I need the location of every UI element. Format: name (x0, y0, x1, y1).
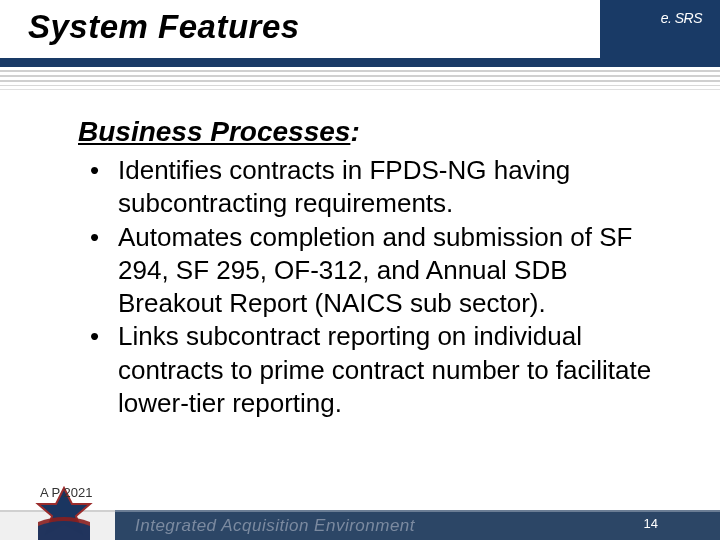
header-divider-line (0, 80, 720, 82)
header-divider-line (0, 89, 720, 90)
footer: A P 2021 Integrated Acquisition Environm… (0, 492, 720, 540)
section-title-colon: : (350, 116, 359, 148)
header: System Features e. SRS (0, 0, 720, 62)
bullet-list: Identifies contracts in FPDS-NG having s… (78, 154, 678, 420)
slide-title: System Features (28, 8, 300, 46)
slide: System Features e. SRS Business Processe… (0, 0, 720, 540)
bullet-item: Links subcontract reporting on individua… (78, 320, 678, 420)
brand-label: e. SRS (661, 10, 702, 26)
header-divider-line (0, 70, 720, 72)
content-area: Business Processes: Identifies contracts… (78, 116, 678, 420)
bullet-item: Automates completion and submission of S… (78, 221, 678, 321)
header-divider-line (0, 75, 720, 77)
section-title-text: Business Processes (78, 116, 350, 147)
header-divider-main (0, 58, 720, 67)
footer-date: A P 2021 (40, 485, 93, 500)
header-divider-line (0, 85, 720, 86)
bullet-item: Identifies contracts in FPDS-NG having s… (78, 154, 678, 221)
section-title: Business Processes: (78, 116, 678, 148)
footer-brand: Integrated Acquisition Environment (135, 516, 415, 536)
page-number: 14 (644, 516, 658, 531)
